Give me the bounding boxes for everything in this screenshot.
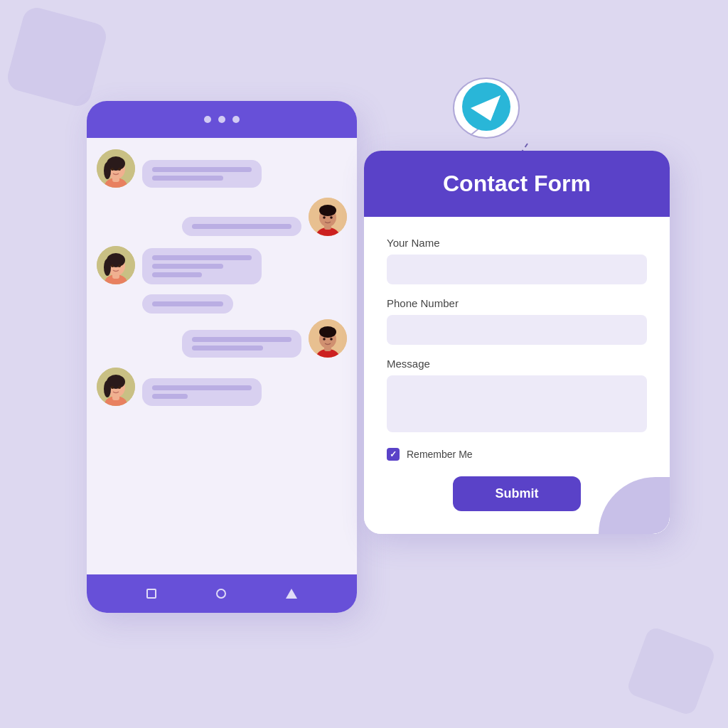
svg-point-20 (104, 259, 111, 276)
chat-bubble (142, 294, 233, 314)
chat-bubble (142, 378, 262, 406)
name-input[interactable] (387, 255, 647, 284)
chat-row (97, 246, 347, 284)
form-title: Contact Form (385, 171, 648, 197)
name-label: Your Name (387, 237, 647, 249)
back-icon (216, 589, 226, 599)
bubble-line (192, 224, 291, 229)
bubble-wrap (142, 294, 233, 314)
phone-header (87, 101, 357, 138)
remember-me-label: Remember Me (407, 449, 473, 460)
chat-body (87, 138, 357, 574)
bubble-wrap (142, 378, 262, 406)
chat-row (97, 368, 347, 406)
chat-bubble (142, 248, 262, 284)
telegram-icon (449, 73, 528, 151)
phone-label: Phone Number (387, 297, 647, 309)
avatar-female-1 (97, 149, 135, 188)
bubble-line (192, 337, 291, 342)
bubble-line (152, 176, 223, 181)
chat-bubble (182, 330, 301, 358)
svg-point-12 (319, 205, 336, 216)
bubble-wrap (182, 330, 301, 358)
svg-point-14 (330, 216, 333, 219)
remember-me-row: Remember Me (387, 448, 647, 461)
bubble-wrap (142, 248, 262, 284)
phone-input[interactable] (387, 315, 647, 345)
bubble-line (152, 264, 223, 269)
form-header: Contact Form (364, 151, 670, 217)
svg-point-35 (104, 380, 111, 397)
bubble-line (152, 385, 252, 390)
chat-row (97, 294, 347, 314)
name-field-group: Your Name (387, 237, 647, 284)
svg-point-6 (111, 168, 114, 171)
bubble-line (192, 346, 263, 350)
svg-point-29 (330, 338, 333, 341)
chat-bubble (142, 160, 262, 188)
message-label: Message (387, 358, 647, 370)
message-field-group: Message (387, 358, 647, 435)
remember-me-checkbox[interactable] (387, 448, 400, 461)
telegram-bubble-container (449, 73, 528, 151)
phone-dot-3 (232, 116, 240, 123)
message-textarea[interactable] (387, 375, 647, 432)
bubble-line (152, 255, 252, 260)
avatar-female-3 (97, 368, 135, 406)
bubble-wrap (142, 160, 262, 188)
bubble-line (152, 394, 188, 399)
phone-dot-1 (204, 116, 211, 123)
svg-point-7 (118, 168, 121, 171)
avatar-male-2 (309, 319, 347, 358)
nav-icon (286, 589, 297, 599)
svg-point-5 (104, 162, 111, 179)
chat-bubble (182, 217, 301, 236)
bubble-wrap (182, 217, 301, 236)
form-body: Your Name Phone Number Message Remember … (364, 217, 670, 534)
avatar-female-2 (97, 246, 135, 284)
phone-mockup (87, 101, 357, 613)
chat-row (97, 149, 347, 188)
phone-field-group: Phone Number (387, 297, 647, 345)
svg-point-37 (118, 386, 121, 389)
submit-button[interactable]: Submit (453, 476, 581, 511)
chat-group (97, 294, 347, 358)
chat-row (97, 198, 347, 236)
svg-point-22 (118, 264, 121, 267)
home-icon (146, 589, 156, 599)
svg-point-28 (323, 338, 326, 341)
chat-row (97, 319, 347, 358)
svg-point-36 (111, 386, 114, 389)
phone-dot-2 (218, 116, 225, 123)
svg-point-13 (323, 216, 326, 219)
svg-point-27 (319, 326, 336, 338)
phone-footer (87, 574, 357, 613)
scene: Contact Form Your Name Phone Number Mess… (58, 58, 670, 670)
avatar-male-1 (309, 198, 347, 236)
contact-form-card: Contact Form Your Name Phone Number Mess… (364, 151, 670, 534)
svg-point-21 (111, 264, 114, 267)
bubble-line (152, 167, 252, 172)
bubble-line (152, 272, 202, 277)
bubble-line (152, 301, 223, 306)
